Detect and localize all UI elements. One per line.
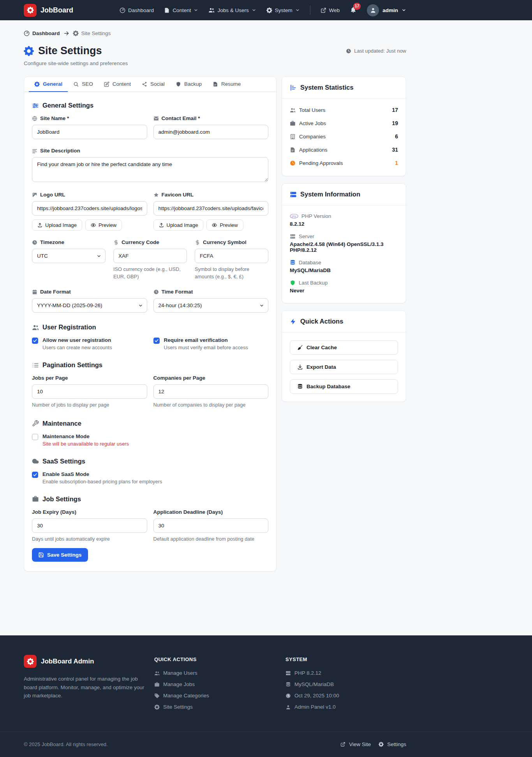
svg-text:php: php	[292, 215, 296, 218]
image-icon	[32, 192, 37, 198]
companies-per-page-input[interactable]	[153, 384, 269, 399]
job-expiry-help: Days until jobs automatically expire	[32, 536, 147, 543]
currency-code-input[interactable]	[113, 249, 187, 263]
page-title-row: Site Settings	[24, 45, 102, 57]
maintenance-mode-checkbox[interactable]	[32, 434, 38, 440]
gear-icon	[24, 46, 34, 56]
footer-link-manage-users[interactable]: Manage Users	[154, 670, 285, 676]
brand-logo	[24, 655, 37, 668]
nav-item-web[interactable]: Web	[321, 7, 340, 13]
application-deadline-input[interactable]	[153, 518, 269, 533]
currency-symbol-input[interactable]	[195, 249, 268, 263]
allow-registration-checkbox[interactable]	[32, 338, 38, 344]
eye-icon	[91, 223, 96, 228]
site-description-textarea[interactable]: Find your dream job or hire the perfect …	[32, 157, 268, 182]
clock-icon	[285, 693, 291, 699]
file-icon	[213, 81, 218, 87]
nav-item-system[interactable]: System	[266, 7, 300, 13]
favicon-preview-button[interactable]: Preview	[206, 219, 243, 231]
job-expiry-input[interactable]	[32, 518, 147, 533]
tab-general[interactable]: General	[29, 77, 68, 92]
footer-link-manage-categories[interactable]: Manage Categories	[154, 693, 285, 699]
site-name-input[interactable]	[32, 125, 147, 139]
copyright: © 2025 JobBoard. All rights reserved.	[24, 741, 108, 747]
application-deadline-help: Default application deadline from postin…	[153, 536, 269, 543]
footer-system-php: PHP 8.2.12	[285, 670, 406, 676]
server-icon	[285, 670, 291, 676]
check-icon	[33, 472, 37, 477]
sliders-icon	[32, 102, 39, 109]
jobs-per-page-help: Number of jobs to display per page	[32, 401, 147, 409]
breadcrumb-dashboard[interactable]: Dashboard	[24, 30, 60, 36]
contact-email-input[interactable]	[153, 125, 269, 139]
speedometer-icon	[120, 7, 125, 13]
calendar-icon	[32, 289, 37, 295]
general-settings-heading: General Settings	[32, 102, 268, 109]
nav-divider	[310, 5, 310, 15]
tab-social[interactable]: Social	[136, 77, 170, 92]
info-last-backup: Last Backup Never	[290, 280, 398, 294]
clock-icon	[32, 240, 37, 245]
companies-per-page-label: Companies per Page	[153, 375, 269, 381]
save-settings-button[interactable]: Save Settings	[32, 548, 88, 562]
footer-system-datetime: Oct 29, 2025 10:00	[285, 693, 406, 699]
nav-item-jobs-users[interactable]: Jobs & Users	[208, 7, 256, 13]
favicon-url-input[interactable]	[153, 201, 269, 216]
avatar	[367, 4, 379, 16]
require-verification-checkbox[interactable]	[153, 338, 160, 344]
logo-preview-button[interactable]: Preview	[85, 219, 122, 231]
file-text-icon	[164, 7, 170, 13]
nav-item-dashboard[interactable]: Dashboard	[120, 7, 154, 13]
gears-icon	[379, 742, 384, 747]
time-format-select[interactable]: 24-hour (14:30:25)	[153, 298, 269, 313]
site-name-label: Site Name *	[32, 115, 147, 121]
tab-backup[interactable]: Backup	[170, 77, 207, 92]
time-format-label: Time Format	[153, 289, 269, 295]
database-icon	[285, 682, 291, 687]
external-link-icon	[321, 7, 326, 13]
saas-mode-checkbox[interactable]	[32, 472, 38, 478]
broom-icon	[297, 345, 303, 350]
user-menu[interactable]: admin	[367, 4, 406, 16]
clear-cache-button[interactable]: Clear Cache	[290, 340, 398, 355]
brand[interactable]: JobBoard	[24, 4, 73, 17]
footer-link-site-settings[interactable]: Site Settings	[154, 704, 285, 710]
date-format-select[interactable]: YYYY-MM-DD (2025-09-26)	[32, 298, 147, 313]
backup-database-button[interactable]: Backup Database	[290, 379, 398, 394]
quick-actions-card: Quick Actions Clear Cache Export Data	[282, 310, 406, 402]
site-description-label: Site Description	[32, 148, 268, 154]
timezone-select[interactable]: UTC	[32, 249, 106, 263]
text-lines-icon	[32, 148, 37, 154]
check-icon	[33, 338, 37, 343]
user-registration-heading: User Registration	[32, 324, 268, 331]
export-data-button[interactable]: Export Data	[290, 360, 398, 374]
view-site-link[interactable]: View Site	[340, 741, 371, 747]
nav-item-content[interactable]: Content	[164, 7, 198, 13]
jobs-per-page-input[interactable]	[32, 384, 147, 399]
tab-resume[interactable]: Resume	[207, 77, 246, 92]
tab-content[interactable]: Content	[99, 77, 136, 92]
users-icon	[154, 670, 160, 676]
lightning-icon	[290, 318, 297, 325]
footer-link-manage-jobs[interactable]: Manage Jobs	[154, 681, 285, 687]
star-icon	[153, 192, 159, 198]
logo-upload-button[interactable]: Upload Image	[32, 219, 82, 231]
notification-badge: 17	[353, 3, 361, 10]
footer-system-title: SYSTEM	[285, 656, 406, 662]
file-icon	[290, 147, 296, 153]
currency-symbol-label: Currency Symbol	[195, 239, 268, 245]
favicon-upload-button[interactable]: Upload Image	[153, 219, 204, 231]
server-icon	[290, 233, 296, 239]
stat-total-users: Total Users 17	[290, 103, 398, 117]
stat-companies: Companies 6	[290, 130, 398, 143]
notifications-button[interactable]: 17	[350, 6, 357, 14]
system-information-card: System Information php PHP Version 8.2.1…	[282, 183, 406, 303]
job-settings-heading: Job Settings	[32, 495, 268, 503]
logo-url-input[interactable]	[32, 201, 147, 216]
database-icon	[290, 260, 296, 265]
bar-chart-icon	[290, 84, 297, 91]
saas-settings-heading: SaaS Settings	[32, 458, 268, 465]
tab-seo[interactable]: SEO	[68, 77, 99, 92]
shield-icon	[290, 280, 296, 286]
footer-settings-link[interactable]: Settings	[379, 741, 406, 747]
